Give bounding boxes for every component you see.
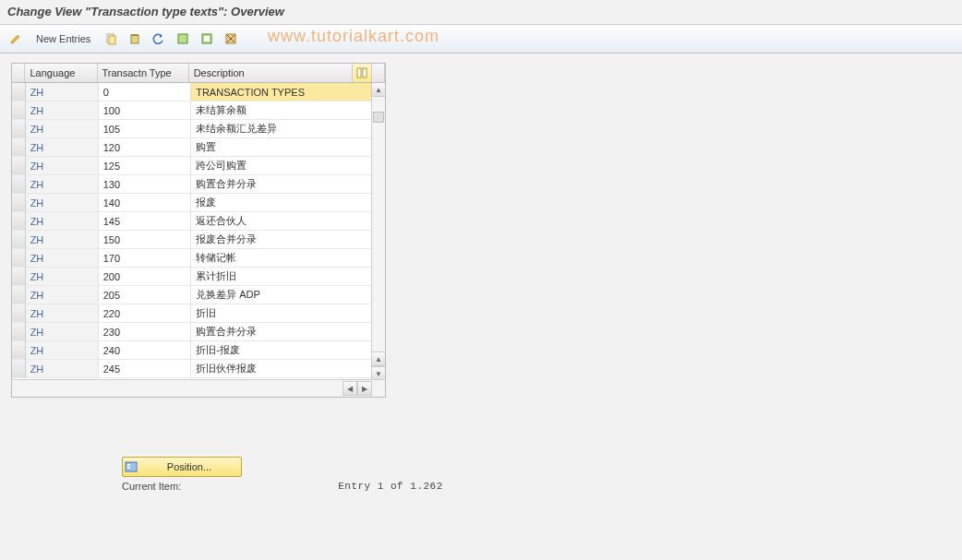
row-selector[interactable] xyxy=(12,231,26,249)
cell-transactn-type[interactable]: 140 xyxy=(99,194,191,212)
table-row[interactable]: ZH0TRANSACTION TYPES xyxy=(12,83,372,101)
cell-description[interactable]: 返还合伙人 xyxy=(191,212,372,231)
select-block-icon[interactable] xyxy=(197,29,217,49)
scroll-thumb[interactable] xyxy=(373,112,384,123)
copy-as-icon[interactable] xyxy=(101,29,121,49)
cell-language[interactable]: ZH xyxy=(26,157,99,175)
cell-transactn-type[interactable]: 0 xyxy=(99,83,191,101)
table-row[interactable]: ZH200累计折旧 xyxy=(12,268,372,286)
column-header-language[interactable]: Language xyxy=(25,64,97,82)
cell-language[interactable]: ZH xyxy=(26,286,99,304)
cell-language[interactable]: ZH xyxy=(26,231,99,249)
undo-icon[interactable] xyxy=(149,29,169,49)
table-row[interactable]: ZH130购置合并分录 xyxy=(12,175,372,194)
table-row[interactable]: ZH230购置合并分录 xyxy=(12,323,372,341)
cell-description[interactable]: 购置 xyxy=(191,138,372,157)
cell-language[interactable]: ZH xyxy=(26,360,99,378)
table-config-icon[interactable] xyxy=(353,64,371,82)
cell-language[interactable]: ZH xyxy=(26,323,99,341)
cell-description[interactable]: 转储记帐 xyxy=(191,249,372,268)
table-row[interactable]: ZH105未结余额汇兑差异 xyxy=(12,120,372,138)
horizontal-scrollbar[interactable]: ◀ ▶ xyxy=(12,379,385,397)
select-all-icon[interactable] xyxy=(173,29,193,49)
cell-transactn-type[interactable]: 100 xyxy=(99,101,191,120)
scroll-track[interactable] xyxy=(372,97,385,351)
cell-transactn-type[interactable]: 145 xyxy=(99,212,191,231)
cell-transactn-type[interactable]: 125 xyxy=(99,157,191,175)
column-header-transactn-type[interactable]: Transactn Type xyxy=(98,64,189,82)
table-row[interactable]: ZH240折旧-报废 xyxy=(12,341,372,360)
table-row[interactable]: ZH205兑换差异 ADP xyxy=(12,286,372,304)
cell-language[interactable]: ZH xyxy=(26,101,99,120)
scroll-left-icon[interactable]: ◀ xyxy=(343,381,357,396)
cell-description[interactable]: 购置合并分录 xyxy=(191,323,372,341)
row-selector[interactable] xyxy=(12,83,26,101)
cell-description[interactable]: 报废合并分录 xyxy=(191,231,372,249)
cell-transactn-type[interactable]: 245 xyxy=(99,360,191,378)
table-row[interactable]: ZH145返还合伙人 xyxy=(12,212,372,231)
table-row[interactable]: ZH170转储记帐 xyxy=(12,249,372,268)
row-selector[interactable] xyxy=(12,212,26,231)
delete-icon[interactable] xyxy=(125,29,145,49)
deselect-all-icon[interactable] xyxy=(221,29,241,49)
row-selector[interactable] xyxy=(12,101,26,120)
column-selector[interactable] xyxy=(12,64,25,82)
cell-description[interactable]: 未结余额汇兑差异 xyxy=(191,120,372,138)
row-selector[interactable] xyxy=(12,304,26,323)
toggle-edit-icon[interactable] xyxy=(6,29,26,49)
cell-transactn-type[interactable]: 220 xyxy=(99,304,191,323)
cell-transactn-type[interactable]: 170 xyxy=(99,249,191,268)
scroll-right-icon[interactable]: ▶ xyxy=(357,381,372,396)
cell-description[interactable]: 折旧 xyxy=(191,304,372,323)
position-button[interactable]: Position... xyxy=(122,457,242,477)
cell-description[interactable]: 报废 xyxy=(191,194,372,212)
cell-language[interactable]: ZH xyxy=(26,304,99,323)
cell-description[interactable]: 累计折旧 xyxy=(191,268,372,286)
row-selector[interactable] xyxy=(12,323,26,341)
cell-language[interactable]: ZH xyxy=(26,212,99,231)
cell-language[interactable]: ZH xyxy=(26,175,99,194)
row-selector[interactable] xyxy=(12,138,26,157)
row-selector[interactable] xyxy=(12,175,26,194)
cell-description[interactable]: 折旧伙伴报废 xyxy=(191,360,372,378)
table-row[interactable]: ZH120购置 xyxy=(12,138,372,157)
cell-language[interactable]: ZH xyxy=(26,341,99,360)
new-entries-button[interactable]: New Entries xyxy=(30,29,97,49)
cell-transactn-type[interactable]: 230 xyxy=(99,323,191,341)
cell-description[interactable]: 兑换差异 ADP xyxy=(191,286,372,304)
cell-description[interactable]: 跨公司购置 xyxy=(191,157,372,175)
cell-description[interactable]: TRANSACTION TYPES xyxy=(191,83,372,101)
cell-language[interactable]: ZH xyxy=(26,268,99,286)
cell-transactn-type[interactable]: 200 xyxy=(99,268,191,286)
row-selector[interactable] xyxy=(12,341,26,360)
table-row[interactable]: ZH150报废合并分录 xyxy=(12,231,372,249)
row-selector[interactable] xyxy=(12,249,26,268)
cell-language[interactable]: ZH xyxy=(26,249,99,268)
table-row[interactable]: ZH245折旧伙伴报废 xyxy=(12,360,372,378)
cell-transactn-type[interactable]: 105 xyxy=(99,120,191,138)
cell-language[interactable]: ZH xyxy=(26,120,99,138)
cell-transactn-type[interactable]: 150 xyxy=(99,231,191,249)
cell-description[interactable]: 未结算余额 xyxy=(191,101,372,120)
cell-language[interactable]: ZH xyxy=(26,83,99,101)
column-header-description[interactable]: Description xyxy=(189,64,354,82)
vertical-scrollbar[interactable]: ▲ ▲ ▼ xyxy=(371,83,385,380)
table-row[interactable]: ZH220折旧 xyxy=(12,304,372,323)
cell-transactn-type[interactable]: 205 xyxy=(99,286,191,304)
scroll-down-page-icon[interactable]: ▲ xyxy=(372,351,385,366)
row-selector[interactable] xyxy=(12,194,26,212)
row-selector[interactable] xyxy=(12,268,26,286)
row-selector[interactable] xyxy=(12,157,26,175)
table-row[interactable]: ZH100未结算余额 xyxy=(12,101,372,120)
cell-language[interactable]: ZH xyxy=(26,138,99,157)
table-row[interactable]: ZH140报废 xyxy=(12,194,372,212)
row-selector[interactable] xyxy=(12,286,26,304)
scroll-up-icon[interactable]: ▲ xyxy=(372,83,385,97)
cell-transactn-type[interactable]: 120 xyxy=(99,138,191,157)
cell-description[interactable]: 折旧-报废 xyxy=(191,341,372,360)
cell-transactn-type[interactable]: 130 xyxy=(99,175,191,194)
row-selector[interactable] xyxy=(12,120,26,138)
row-selector[interactable] xyxy=(12,360,26,378)
cell-transactn-type[interactable]: 240 xyxy=(99,341,191,360)
cell-description[interactable]: 购置合并分录 xyxy=(191,175,372,194)
